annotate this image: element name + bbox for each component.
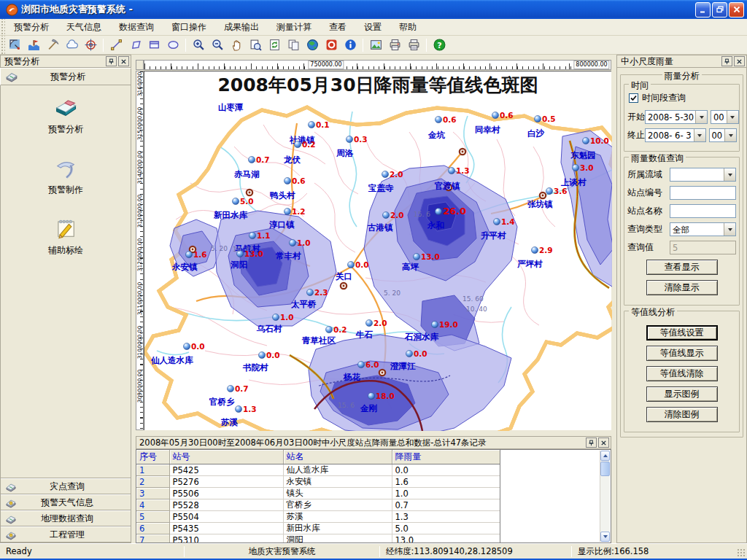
query-button-0[interactable]: 查看显示 xyxy=(646,260,718,275)
flood-button[interactable] xyxy=(25,37,42,53)
station-marker[interactable] xyxy=(284,177,290,184)
station-marker[interactable] xyxy=(431,321,438,327)
contour-button-3[interactable]: 显示图例 xyxy=(646,386,718,402)
station-marker[interactable] xyxy=(448,167,454,174)
globe-button[interactable] xyxy=(303,37,321,53)
end-date-combo[interactable]: 2008- 6- 3 xyxy=(645,128,706,142)
station-marker[interactable] xyxy=(306,289,313,295)
station-marker[interactable] xyxy=(235,405,241,412)
pan-button[interactable] xyxy=(228,37,245,53)
close-button[interactable] xyxy=(729,2,744,18)
station-marker[interactable] xyxy=(325,326,332,332)
pin-icon[interactable] xyxy=(106,56,117,66)
station-table[interactable]: 序号站号站名降雨量1P5425仙人造水库0.02P5276永安镇1.63P550… xyxy=(136,450,500,543)
sidebar-item-0[interactable]: 预警分析 xyxy=(48,94,83,136)
station-marker[interactable] xyxy=(493,218,500,225)
sidebar-item-1[interactable]: 预警制作 xyxy=(48,155,83,196)
table-row[interactable]: 3P5506镇头1.0 xyxy=(136,488,500,499)
station-marker[interactable] xyxy=(492,112,498,118)
station-marker[interactable] xyxy=(284,208,290,214)
left-panel-header[interactable]: 预警分析 xyxy=(0,68,131,85)
station-marker[interactable] xyxy=(346,136,352,142)
contour-button-1[interactable]: 等值线显示 xyxy=(646,346,718,361)
table-row[interactable]: 2P5276永安镇1.6 xyxy=(136,476,500,488)
image-export-button[interactable] xyxy=(367,37,384,53)
polyline-button[interactable] xyxy=(107,37,125,53)
station-marker[interactable] xyxy=(258,351,265,358)
站点名称-input[interactable] xyxy=(670,204,736,218)
contour-button-2[interactable]: 等值线清除 xyxy=(646,366,718,381)
station-marker[interactable] xyxy=(289,239,295,246)
station-marker[interactable] xyxy=(232,198,239,204)
help-button[interactable]: ? xyxy=(430,37,448,53)
menu-item-2[interactable]: 数据查询 xyxy=(110,19,163,36)
station-marker[interactable] xyxy=(249,232,255,238)
station-marker[interactable] xyxy=(368,392,374,399)
menu-item-6[interactable]: 查看 xyxy=(320,19,355,36)
rectangle-button[interactable] xyxy=(145,37,163,53)
station-marker[interactable] xyxy=(365,319,372,326)
station-marker[interactable] xyxy=(531,246,538,253)
menu-grip[interactable] xyxy=(0,19,5,35)
sidebar-bottom-bar-2[interactable]: 地理数据查询 xyxy=(1,510,131,526)
query-button-1[interactable]: 清除显示 xyxy=(646,280,718,295)
scroll-down-icon[interactable] xyxy=(600,532,610,542)
table-row[interactable]: 4P5528官桥乡0.7 xyxy=(136,499,500,511)
menu-item-1[interactable]: 天气信息 xyxy=(58,19,110,36)
station-marker[interactable] xyxy=(272,314,279,320)
start-date-combo[interactable]: 2008- 5-30 xyxy=(645,110,708,124)
table-header-0[interactable]: 序号 xyxy=(136,450,169,464)
station-marker[interactable] xyxy=(546,187,552,194)
resize-grip[interactable] xyxy=(737,548,746,558)
contour-button-4[interactable]: 清除图例 xyxy=(646,407,718,422)
station-marker[interactable] xyxy=(357,361,364,368)
table-header-1[interactable]: 站号 xyxy=(169,450,283,464)
sidebar-bottom-bar-1[interactable]: 预警天气信息 xyxy=(1,494,131,510)
end-hour-combo[interactable]: 00 xyxy=(709,128,738,142)
info-button[interactable] xyxy=(341,37,359,53)
chevron-down-icon[interactable] xyxy=(724,168,735,181)
table-scrollbar[interactable] xyxy=(600,451,610,542)
chevron-down-icon[interactable] xyxy=(694,129,705,141)
chevron-down-icon[interactable] xyxy=(724,129,736,141)
menu-item-3[interactable]: 窗口操作 xyxy=(163,19,215,36)
station-marker[interactable] xyxy=(308,121,314,128)
chevron-down-icon[interactable] xyxy=(724,223,735,236)
station-marker[interactable] xyxy=(227,385,233,392)
station-marker[interactable] xyxy=(435,116,441,122)
cloud-button[interactable] xyxy=(63,37,80,53)
所属流域-combo[interactable] xyxy=(670,168,736,182)
station-marker[interactable] xyxy=(248,156,255,163)
table-header-3[interactable]: 降雨量 xyxy=(392,450,500,464)
polygon-button[interactable] xyxy=(126,37,144,53)
menu-item-5[interactable]: 测量计算 xyxy=(268,19,320,36)
refresh-button[interactable] xyxy=(266,37,283,53)
sidebar-bottom-bar-3[interactable]: 工程管理 xyxy=(1,526,131,542)
close-icon[interactable] xyxy=(118,56,129,66)
station-marker[interactable] xyxy=(382,171,388,177)
station-marker[interactable] xyxy=(382,211,389,218)
station-marker[interactable] xyxy=(435,208,441,214)
chevron-down-icon[interactable] xyxy=(727,111,738,123)
查询类型-combo[interactable]: 全部 xyxy=(670,222,736,236)
ellipse-button[interactable] xyxy=(164,37,182,53)
menu-item-8[interactable]: 帮助 xyxy=(390,19,425,36)
copy-map-button[interactable] xyxy=(285,37,302,53)
target-button[interactable] xyxy=(82,37,99,53)
sidebar-item-2[interactable]: 辅助标绘 xyxy=(48,215,83,257)
minimize-button[interactable] xyxy=(695,2,711,18)
sidebar-bottom-bar-0[interactable]: 灾点查询 xyxy=(1,478,131,494)
contour-button-0[interactable]: 等值线设置 xyxy=(646,325,718,341)
table-row[interactable]: 5P5504苏溪1.3 xyxy=(136,511,500,523)
pin-icon[interactable] xyxy=(721,56,732,66)
time-range-checkbox[interactable] xyxy=(629,93,638,103)
pick-button[interactable] xyxy=(44,37,61,53)
map-canvas[interactable]: 0.1社港镇0.6金坑0.6同幸村0.5白沙0.3周洛0.2龙伏10.0东魁园0… xyxy=(144,71,611,430)
menu-item-4[interactable]: 成果输出 xyxy=(215,19,268,36)
stop-button[interactable] xyxy=(322,37,340,53)
scrollbar-thumb[interactable] xyxy=(600,462,610,476)
station-marker[interactable] xyxy=(183,343,190,349)
table-header-2[interactable]: 站名 xyxy=(283,450,392,464)
station-marker[interactable] xyxy=(294,141,301,147)
menu-item-7[interactable]: 设置 xyxy=(355,19,390,36)
